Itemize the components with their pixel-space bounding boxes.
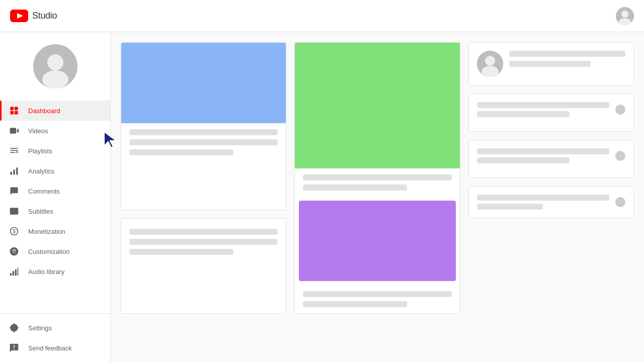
right-card-mid-1[interactable] (468, 94, 634, 132)
card-1-image (121, 43, 286, 123)
content-card-1[interactable] (121, 42, 286, 210)
content-area (111, 32, 644, 362)
content-card-3[interactable] (121, 218, 286, 314)
svg-rect-30 (18, 268, 19, 276)
skeleton-dot (615, 197, 625, 207)
sidebar-item-monetization[interactable]: $ Monetization (0, 221, 110, 241)
skeleton-row-3 (477, 195, 625, 210)
svg-point-3 (621, 11, 628, 18)
card-3-text (121, 219, 286, 265)
sidebar-bottom: Settings Send feedback (0, 313, 110, 362)
skeleton-line (129, 249, 233, 255)
svg-point-32 (485, 56, 495, 66)
svg-rect-10 (11, 111, 14, 115)
youtube-logo-icon[interactable] (10, 10, 28, 22)
studio-title: Studio (32, 11, 57, 21)
skeleton-row-2 (477, 148, 625, 163)
sidebar-item-customization[interactable]: Customization (0, 241, 110, 261)
right-column (468, 42, 634, 314)
svg-rect-12 (10, 128, 17, 134)
header-user-avatar[interactable] (616, 7, 634, 25)
sidebar-item-send-feedback[interactable]: Send feedback (0, 338, 110, 358)
svg-rect-14 (11, 148, 18, 149)
sidebar-item-dashboard[interactable]: Dashboard (0, 101, 110, 121)
main-layout: Dashboard Videos Playlists (0, 32, 644, 362)
sidebar-item-settings[interactable]: Settings (0, 318, 110, 338)
svg-point-6 (47, 54, 63, 70)
skeleton-dot (615, 105, 625, 115)
skeleton-line (129, 129, 278, 135)
skeleton-row-1 (477, 102, 625, 117)
skeleton-text-group (477, 195, 609, 210)
skeleton-line (303, 301, 407, 307)
skeleton-line (477, 102, 609, 108)
svg-rect-27 (10, 273, 12, 276)
right-card-bot[interactable] (468, 186, 634, 218)
skeleton-line (303, 291, 451, 297)
skeleton-text-group (477, 102, 609, 117)
sidebar-avatar[interactable] (33, 44, 77, 88)
skeleton-line (303, 185, 407, 191)
svg-rect-23 (14, 212, 17, 213)
card-2-text (295, 168, 459, 197)
skeleton-line (129, 149, 233, 155)
right-card-top[interactable] (468, 42, 634, 85)
sidebar-item-comments[interactable]: Comments (0, 181, 110, 201)
card-1-text (121, 123, 286, 161)
card-2-image (295, 43, 459, 168)
skeleton-line (477, 204, 543, 210)
svg-marker-13 (17, 129, 19, 133)
playlists-icon (8, 145, 20, 157)
right-card-text-lines (509, 51, 625, 67)
skeleton-line (303, 174, 451, 180)
sidebar-item-videos[interactable]: Videos (0, 121, 110, 141)
feedback-icon (8, 342, 20, 354)
svg-rect-8 (11, 107, 14, 111)
sidebar: Dashboard Videos Playlists (0, 32, 111, 362)
analytics-icon (8, 165, 20, 177)
sidebar-item-analytics[interactable]: Analytics (0, 161, 110, 181)
settings-icon (8, 322, 20, 334)
card-2-sub-text (295, 285, 459, 313)
sidebar-avatar-section (0, 32, 110, 97)
subtitles-icon (8, 205, 20, 217)
card-2-sub-image (299, 201, 455, 281)
right-card-avatar (477, 51, 503, 77)
videos-icon (8, 125, 20, 137)
skeleton-line (477, 195, 609, 201)
sidebar-item-label-audio-library: Audio library (28, 268, 64, 276)
skeleton-line (477, 148, 609, 154)
content-card-2[interactable] (294, 42, 460, 314)
svg-rect-28 (13, 271, 14, 276)
sidebar-item-playlists[interactable]: Playlists (0, 141, 110, 161)
svg-point-7 (42, 70, 68, 88)
skeleton-text-group (477, 148, 609, 163)
svg-rect-9 (15, 107, 18, 111)
svg-marker-17 (17, 151, 18, 153)
sidebar-item-subtitles[interactable]: Subtitles (0, 201, 110, 221)
svg-rect-18 (11, 172, 12, 175)
sidebar-item-label-customization: Customization (28, 248, 69, 255)
svg-rect-19 (13, 170, 15, 175)
sidebar-item-label-analytics: Analytics (28, 167, 54, 175)
sidebar-item-label-monetization: Monetization (28, 228, 65, 235)
header-left: Studio (10, 10, 57, 22)
right-card-mid-2[interactable] (468, 140, 634, 178)
monetization-icon: $ (8, 225, 20, 237)
skeleton-line (477, 111, 570, 117)
sidebar-item-label-dashboard: Dashboard (28, 107, 60, 115)
sidebar-item-audio-library[interactable]: Audio library (0, 261, 110, 282)
audio-library-icon (8, 265, 20, 278)
svg-rect-11 (15, 111, 18, 115)
skeleton-dot (615, 151, 625, 161)
customization-icon (8, 245, 20, 257)
sidebar-item-label-playlists: Playlists (28, 147, 52, 155)
sidebar-item-label-send-feedback: Send feedback (28, 344, 72, 352)
svg-rect-29 (15, 269, 17, 276)
sidebar-item-label-settings: Settings (28, 324, 52, 332)
svg-rect-15 (11, 150, 18, 151)
sidebar-item-label-videos: Videos (28, 127, 48, 135)
skeleton-line (129, 239, 278, 245)
skeleton-line (477, 157, 570, 163)
sidebar-item-label-subtitles: Subtitles (28, 208, 53, 215)
